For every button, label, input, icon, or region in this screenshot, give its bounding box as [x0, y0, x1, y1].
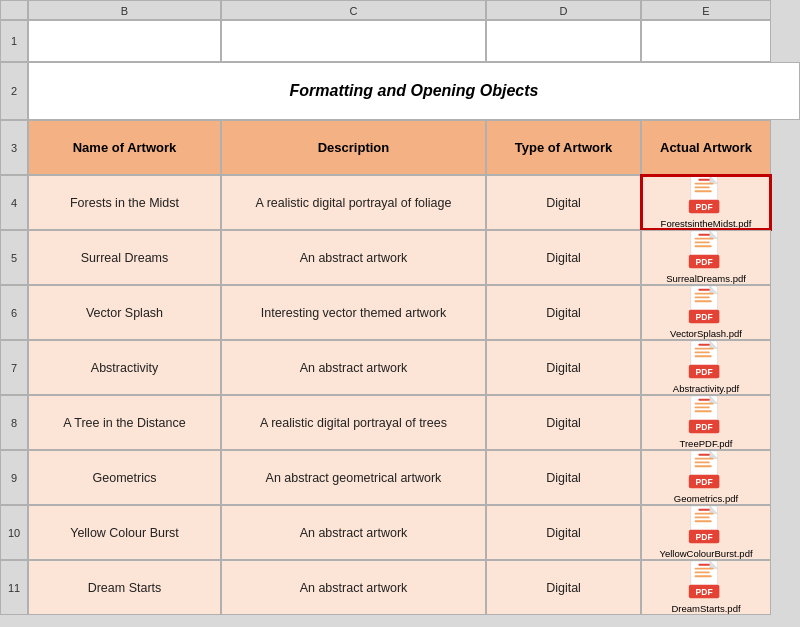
- pdf-file-4[interactable]: PDF ForestsintheMidst.pdf: [661, 176, 752, 229]
- cell-1d[interactable]: [486, 20, 641, 62]
- row-11: 11 Dream Starts An abstract artwork Digi…: [0, 560, 800, 615]
- svg-text:PDF: PDF: [695, 587, 712, 597]
- cell-6-artwork[interactable]: PDF VectorSplash.pdf: [641, 285, 771, 340]
- cell-4-type[interactable]: Digital: [486, 175, 641, 230]
- col-header-c[interactable]: C: [221, 0, 486, 20]
- pdf-filename-5: SurrealDreams.pdf: [666, 273, 746, 284]
- pdf-icon-10: PDF: [688, 506, 724, 546]
- pdf-file-6[interactable]: PDF VectorSplash.pdf: [670, 286, 742, 339]
- cell-11-type[interactable]: Digital: [486, 560, 641, 615]
- artwork-type: Digital: [540, 469, 587, 487]
- pdf-file-10[interactable]: PDF YellowColourBurst.pdf: [659, 506, 752, 559]
- header-desc: Description: [221, 120, 486, 175]
- cell-8-artwork[interactable]: PDF TreePDF.pdf: [641, 395, 771, 450]
- cell-8-name[interactable]: A Tree in the Distance: [28, 395, 221, 450]
- rownum-1: 1: [0, 20, 28, 62]
- cell-4-artwork[interactable]: PDF ForestsintheMidst.pdf: [641, 175, 771, 230]
- cell-7-artwork[interactable]: PDF Abstractivity.pdf: [641, 340, 771, 395]
- svg-rect-62: [695, 571, 710, 573]
- cell-10-type[interactable]: Digital: [486, 505, 641, 560]
- artwork-description: A realistic digital portrayal of foliage: [250, 194, 458, 212]
- svg-rect-53: [695, 512, 714, 514]
- artwork-description: A realistic digital portrayal of trees: [254, 414, 453, 432]
- col-header-b[interactable]: B: [28, 0, 221, 20]
- svg-rect-39: [695, 410, 712, 412]
- cell-1c[interactable]: [221, 20, 486, 62]
- cell-10-artwork[interactable]: PDF YellowColourBurst.pdf: [641, 505, 771, 560]
- cell-5-artwork[interactable]: PDF SurrealDreams.pdf: [641, 230, 771, 285]
- svg-rect-6: [695, 186, 710, 188]
- cell-11-desc[interactable]: An abstract artwork: [221, 560, 486, 615]
- rownum-9: 9: [0, 450, 28, 505]
- artwork-type: Digital: [540, 579, 587, 597]
- cell-6-name[interactable]: Vector Splash: [28, 285, 221, 340]
- header-type: Type of Artwork: [486, 120, 641, 175]
- rownum-10: 10: [0, 505, 28, 560]
- artwork-name: Dream Starts: [82, 579, 168, 597]
- cell-10-name[interactable]: Yellow Colour Burst: [28, 505, 221, 560]
- svg-rect-29: [695, 347, 714, 349]
- cell-7-name[interactable]: Abstractivity: [28, 340, 221, 395]
- cell-5-type[interactable]: Digital: [486, 230, 641, 285]
- cell-5-desc[interactable]: An abstract artwork: [221, 230, 486, 285]
- cell-6-type[interactable]: Digital: [486, 285, 641, 340]
- cell-8-type[interactable]: Digital: [486, 395, 641, 450]
- svg-rect-55: [695, 520, 712, 522]
- artwork-name: Forests in the Midst: [64, 194, 185, 212]
- svg-rect-46: [695, 461, 710, 463]
- artwork-type: Digital: [540, 194, 587, 212]
- rownum-8: 8: [0, 395, 28, 450]
- artwork-name: Surreal Dreams: [75, 249, 175, 267]
- cell-11-artwork[interactable]: PDF DreamStarts.pdf: [641, 560, 771, 615]
- row-3-headers: 3 Name of Artwork Description Type of Ar…: [0, 120, 800, 175]
- svg-text:PDF: PDF: [696, 532, 713, 542]
- pdf-filename-6: VectorSplash.pdf: [670, 328, 742, 339]
- col-header-row: B C D E: [0, 0, 800, 20]
- pdf-icon-8: PDF: [688, 396, 724, 436]
- cell-7-type[interactable]: Digital: [486, 340, 641, 395]
- pdf-file-9[interactable]: PDF Geometrics.pdf: [674, 451, 738, 504]
- row-2-title: 2 Formatting and Opening Objects: [0, 62, 800, 120]
- cell-10-desc[interactable]: An abstract artwork: [221, 505, 486, 560]
- pdf-file-5[interactable]: PDF SurrealDreams.pdf: [666, 231, 746, 284]
- cell-4-name[interactable]: Forests in the Midst: [28, 175, 221, 230]
- pdf-filename-10: YellowColourBurst.pdf: [659, 548, 752, 559]
- pdf-file-7[interactable]: PDF Abstractivity.pdf: [673, 341, 739, 394]
- cell-5-name[interactable]: Surreal Dreams: [28, 230, 221, 285]
- svg-rect-28: [698, 344, 709, 346]
- svg-rect-15: [695, 245, 712, 247]
- row-10: 10 Yellow Colour Burst An abstract artwo…: [0, 505, 800, 560]
- cell-11-name[interactable]: Dream Starts: [28, 560, 221, 615]
- cell-4-desc[interactable]: A realistic digital portrayal of foliage: [221, 175, 486, 230]
- artwork-description: An abstract artwork: [294, 579, 414, 597]
- cell-9-desc[interactable]: An abstract geometrical artwork: [221, 450, 486, 505]
- pdf-filename-9: Geometrics.pdf: [674, 493, 738, 504]
- cell-6-desc[interactable]: Interesting vector themed artwork: [221, 285, 486, 340]
- pdf-icon-9: PDF: [688, 451, 724, 491]
- pdf-file-11[interactable]: PDF DreamStarts.pdf: [671, 561, 740, 614]
- pdf-filename-4: ForestsintheMidst.pdf: [661, 218, 752, 229]
- header-name: Name of Artwork: [28, 120, 221, 175]
- pdf-file-8[interactable]: PDF TreePDF.pdf: [680, 396, 733, 449]
- cell-1b[interactable]: [28, 20, 221, 62]
- cell-9-type[interactable]: Digital: [486, 450, 641, 505]
- svg-rect-54: [695, 516, 710, 518]
- cell-9-artwork[interactable]: PDF Geometrics.pdf: [641, 450, 771, 505]
- cell-9-name[interactable]: Geometrics: [28, 450, 221, 505]
- svg-rect-4: [698, 179, 709, 181]
- cell-1e[interactable]: [641, 20, 771, 62]
- header-artwork: Actual Artwork: [641, 120, 771, 175]
- svg-rect-5: [695, 182, 714, 184]
- pdf-icon-5: PDF: [688, 231, 724, 271]
- svg-rect-14: [695, 241, 710, 243]
- cell-7-desc[interactable]: An abstract artwork: [221, 340, 486, 395]
- svg-rect-30: [695, 351, 710, 353]
- col-header-e[interactable]: E: [641, 0, 771, 20]
- cell-8-desc[interactable]: A realistic digital portrayal of trees: [221, 395, 486, 450]
- artwork-name: Yellow Colour Burst: [64, 524, 185, 542]
- artwork-type: Digital: [540, 304, 587, 322]
- artwork-type: Digital: [540, 414, 587, 432]
- rownum-7: 7: [0, 340, 28, 395]
- col-header-d[interactable]: D: [486, 0, 641, 20]
- pdf-filename-8: TreePDF.pdf: [680, 438, 733, 449]
